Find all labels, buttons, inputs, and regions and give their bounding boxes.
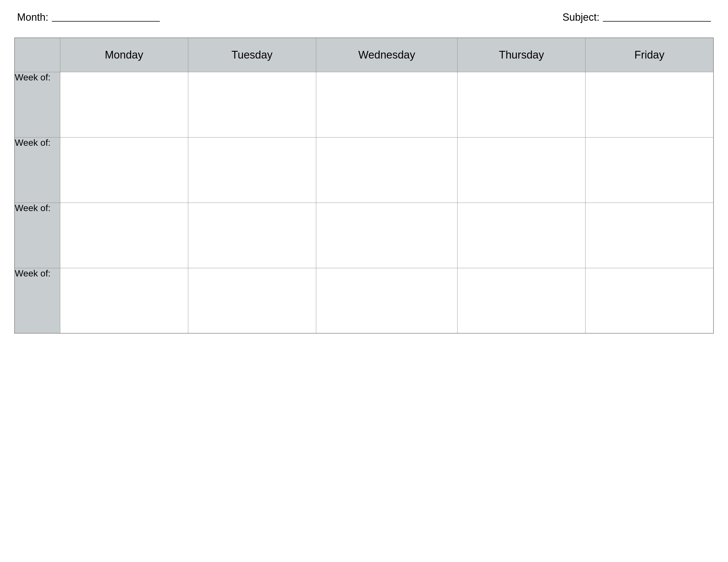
week1-tuesday[interactable] <box>188 72 316 137</box>
week1-wednesday[interactable] <box>316 72 457 137</box>
month-label: Month: <box>17 11 48 23</box>
week1-thursday[interactable] <box>458 72 586 137</box>
week3-thursday[interactable] <box>458 203 586 268</box>
week3-tuesday[interactable] <box>188 203 316 268</box>
week2-monday[interactable] <box>60 137 188 203</box>
friday-header: Friday <box>586 38 713 72</box>
tuesday-header: Tuesday <box>188 38 316 72</box>
week4-friday[interactable] <box>586 268 713 333</box>
week-row-4: Week of: <box>15 268 713 333</box>
week1-friday[interactable] <box>586 72 713 137</box>
week3-wednesday[interactable] <box>316 203 457 268</box>
monday-header: Monday <box>60 38 188 72</box>
week-row-3: Week of: <box>15 203 713 268</box>
week3-friday[interactable] <box>586 203 713 268</box>
week3-monday[interactable] <box>60 203 188 268</box>
week-label-2: Week of: <box>15 137 60 203</box>
page-header: Month: Subject: <box>14 11 714 23</box>
week-label-3: Week of: <box>15 203 60 268</box>
week4-tuesday[interactable] <box>188 268 316 333</box>
week4-wednesday[interactable] <box>316 268 457 333</box>
subject-field: Subject: <box>562 11 711 23</box>
week4-thursday[interactable] <box>458 268 586 333</box>
week2-thursday[interactable] <box>458 137 586 203</box>
calendar-table: Monday Tuesday Wednesday Thursday Friday… <box>14 38 714 333</box>
thursday-header: Thursday <box>458 38 586 72</box>
subject-line <box>603 13 711 22</box>
week-row-1: Week of: <box>15 72 713 137</box>
week-row-2: Week of: <box>15 137 713 203</box>
week1-monday[interactable] <box>60 72 188 137</box>
week2-wednesday[interactable] <box>316 137 457 203</box>
month-line <box>52 13 160 22</box>
week2-friday[interactable] <box>586 137 713 203</box>
week4-monday[interactable] <box>60 268 188 333</box>
corner-header-cell <box>15 38 60 72</box>
week2-tuesday[interactable] <box>188 137 316 203</box>
week-label-1: Week of: <box>15 72 60 137</box>
month-field: Month: <box>17 11 160 23</box>
wednesday-header: Wednesday <box>316 38 457 72</box>
calendar-header-row: Monday Tuesday Wednesday Thursday Friday <box>15 38 713 72</box>
week-label-4: Week of: <box>15 268 60 333</box>
subject-label: Subject: <box>562 11 599 23</box>
